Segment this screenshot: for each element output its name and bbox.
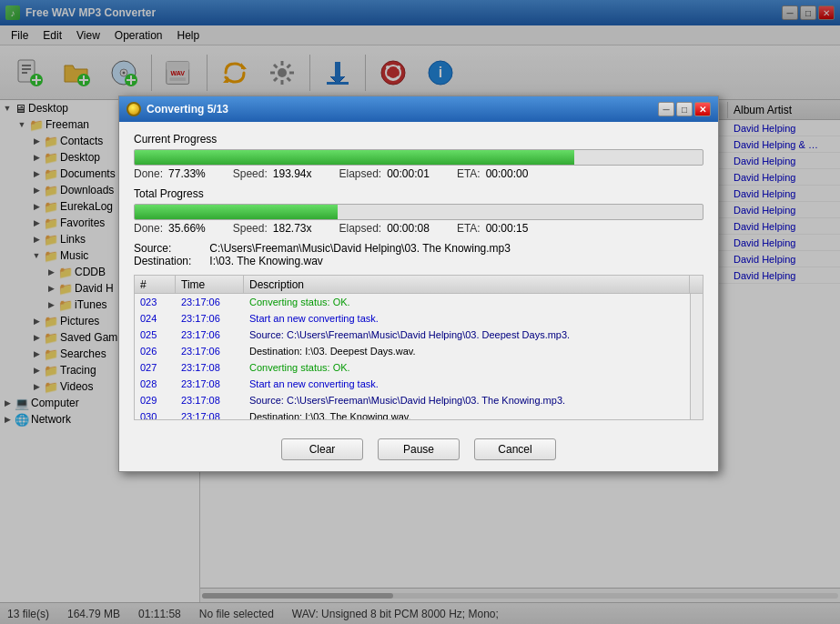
log-rows: 023 23:17:06 Converting status: OK. 024 … [135, 294, 703, 419]
total-progress-bar-fill [135, 205, 338, 219]
log-time: 23:17:08 [176, 362, 244, 373]
log-time: 23:17:08 [176, 395, 244, 406]
log-row[interactable]: 029 23:17:08 Source: C:\Users\Freeman\Mu… [135, 392, 703, 408]
dialog-title-bar: Converting 5/13 ─ □ ✕ [119, 96, 718, 122]
source-value: C:\Users\Freeman\Music\David Helping\03.… [209, 242, 511, 255]
current-done-group: Done: 77.33% [134, 167, 206, 180]
log-table-header: # Time Description [135, 276, 703, 294]
log-row[interactable]: 028 23:17:08 Start an new converting tas… [135, 376, 703, 392]
dialog-close-button[interactable]: ✕ [694, 102, 711, 116]
current-progress-bar-container [134, 149, 703, 166]
current-eta-label: ETA: [457, 167, 481, 180]
current-elapsed-label: Elapsed: [339, 167, 381, 180]
total-speed-label: Speed: [233, 222, 268, 235]
log-table: # Time Description 023 23:17:06 Converti… [134, 275, 703, 420]
log-num: 025 [135, 329, 176, 340]
log-desc: Converting status: OK. [244, 297, 703, 307]
log-row[interactable]: 026 23:17:06 Destination: I:\03. Deepest… [135, 343, 703, 359]
log-row[interactable]: 024 23:17:06 Start an new converting tas… [135, 310, 703, 327]
dest-value: I:\03. The Knowing.wav [209, 255, 323, 267]
current-speed-value: 193.94x [273, 167, 312, 180]
total-elapsed-group: Elapsed: 00:00:08 [339, 222, 429, 235]
total-progress-section: Total Progress Done: 35.66% Speed: 182.7… [134, 187, 703, 235]
total-eta-label: ETA: [457, 222, 481, 235]
total-done-group: Done: 35.66% [134, 222, 206, 235]
dialog-title-text: Converting 5/13 [147, 103, 228, 116]
current-eta-value: 00:00:00 [486, 167, 529, 180]
log-col-num: # [135, 276, 176, 293]
dest-row: Destination: I:\03. The Knowing.wav [134, 255, 703, 267]
pause-button[interactable]: Pause [378, 438, 460, 460]
total-elapsed-value: 00:00:08 [387, 222, 430, 235]
current-elapsed-value: 00:00:01 [387, 167, 430, 180]
total-done-value: 35.66% [168, 222, 206, 235]
log-row[interactable]: 027 23:17:08 Converting status: OK. [135, 359, 703, 376]
log-num: 026 [135, 346, 176, 357]
log-scrollbar[interactable] [690, 294, 703, 419]
log-time: 23:17:06 [176, 329, 244, 340]
cancel-button[interactable]: Cancel [474, 438, 556, 460]
total-progress-bar-container [134, 204, 703, 220]
log-desc: Converting status: OK. [244, 362, 703, 373]
log-desc: Destination: I:\03. Deepest Days.wav. [244, 346, 703, 357]
log-desc: Start an new converting task. [244, 378, 703, 389]
dialog-body: Current Progress Done: 77.33% Speed: 193… [119, 122, 718, 431]
dialog-restore-button[interactable]: □ [676, 102, 693, 116]
log-col-time: Time [176, 276, 244, 293]
total-speed-value: 182.73x [273, 222, 312, 235]
total-elapsed-label: Elapsed: [339, 222, 381, 235]
dialog-overlay: Converting 5/13 ─ □ ✕ Current Progress D… [0, 0, 840, 624]
source-label: Source: [134, 242, 207, 255]
log-desc: Start an new converting task. [244, 313, 703, 324]
current-done-label: Done: [134, 167, 163, 180]
dialog-buttons: Clear Pause Cancel [119, 431, 718, 471]
log-desc: Source: C:\Users\Freeman\Music\David Hel… [244, 329, 703, 340]
log-desc: Source: C:\Users\Freeman\Music\David Hel… [244, 395, 703, 406]
current-speed-group: Speed: 193.94x [233, 167, 312, 180]
current-eta-group: ETA: 00:00:00 [457, 167, 529, 180]
current-speed-label: Speed: [233, 167, 268, 180]
log-row[interactable]: 030 23:17:08 Destination: I:\03. The Kno… [135, 408, 703, 419]
current-progress-stats: Done: 77.33% Speed: 193.94x Elapsed: 00:… [134, 167, 703, 180]
current-progress-section: Current Progress Done: 77.33% Speed: 193… [134, 133, 703, 180]
dialog-title-icon [127, 102, 141, 116]
total-progress-stats: Done: 35.66% Speed: 182.73x Elapsed: 00:… [134, 222, 703, 235]
log-row[interactable]: 025 23:17:06 Source: C:\Users\Freeman\Mu… [135, 327, 703, 343]
log-time: 23:17:06 [176, 313, 244, 324]
clear-button[interactable]: Clear [281, 438, 363, 460]
log-desc: Destination: I:\03. The Knowing.wav. [244, 411, 703, 420]
log-row[interactable]: 023 23:17:06 Converting status: OK. [135, 294, 703, 310]
log-time: 23:17:08 [176, 411, 244, 420]
converting-dialog: Converting 5/13 ─ □ ✕ Current Progress D… [118, 96, 719, 472]
total-eta-group: ETA: 00:00:15 [457, 222, 529, 235]
log-time: 23:17:06 [176, 346, 244, 357]
log-time: 23:17:08 [176, 378, 244, 389]
current-progress-label: Current Progress [134, 133, 703, 146]
log-num: 023 [135, 297, 176, 307]
total-eta-value: 00:00:15 [486, 222, 529, 235]
current-progress-bar-fill [135, 150, 574, 165]
total-progress-label: Total Progress [134, 187, 703, 200]
dialog-window-controls: ─ □ ✕ [658, 102, 711, 116]
log-num: 028 [135, 378, 176, 389]
log-num: 027 [135, 362, 176, 373]
total-done-label: Done: [134, 222, 163, 235]
source-dest-section: Source: C:\Users\Freeman\Music\David Hel… [134, 242, 703, 267]
dest-label: Destination: [134, 255, 207, 267]
log-num: 024 [135, 313, 176, 324]
log-time: 23:17:06 [176, 297, 244, 307]
source-row: Source: C:\Users\Freeman\Music\David Hel… [134, 242, 703, 255]
current-done-value: 77.33% [168, 167, 206, 180]
log-col-desc: Description [244, 276, 690, 293]
log-num: 030 [135, 411, 176, 420]
current-elapsed-group: Elapsed: 00:00:01 [339, 167, 429, 180]
log-num: 029 [135, 395, 176, 406]
dialog-minimize-button[interactable]: ─ [658, 102, 674, 116]
total-speed-group: Speed: 182.73x [233, 222, 312, 235]
